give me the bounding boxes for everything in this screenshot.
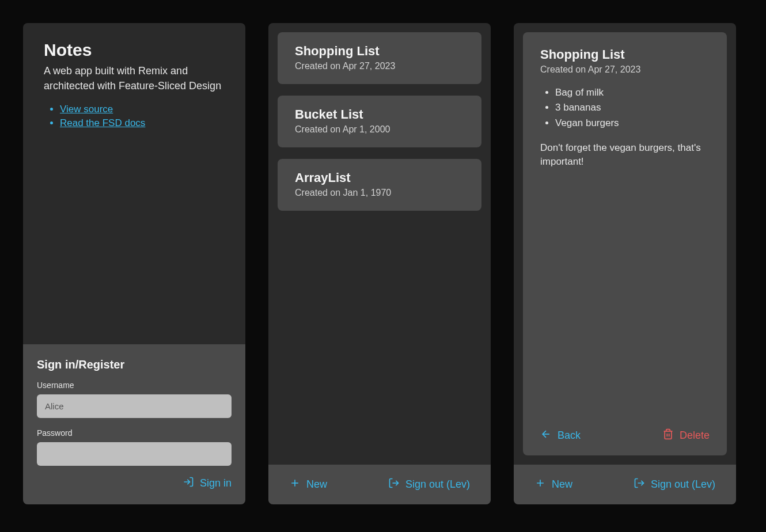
- delete-button-label: Delete: [680, 430, 710, 442]
- note-detail-main: Shopping List Created on Apr 27, 2023 Ba…: [514, 23, 736, 465]
- note-detail-meta: Created on Apr 27, 2023: [540, 64, 710, 75]
- note-card[interactable]: Bucket List Created on Apr 1, 2000: [278, 96, 481, 147]
- note-card-meta: Created on Apr 27, 2023: [295, 61, 464, 71]
- signout-icon: [634, 477, 645, 492]
- new-note-label: New: [306, 478, 327, 491]
- signin-icon: [183, 476, 194, 491]
- username-input[interactable]: [37, 394, 232, 418]
- back-button[interactable]: Back: [540, 428, 581, 443]
- username-label: Username: [37, 381, 232, 390]
- signin-form: Sign in/Register Username Password Sign …: [23, 344, 245, 504]
- note-card-title: ArrayList: [295, 170, 464, 185]
- new-note-button[interactable]: New: [289, 477, 327, 492]
- note-detail-body: Shopping List Created on Apr 27, 2023 Ba…: [540, 47, 710, 417]
- note-detail-footer: New Sign out (Lev): [514, 465, 736, 504]
- list-item: View source: [60, 104, 225, 115]
- new-note-label: New: [552, 478, 572, 491]
- notes-list-footer: New Sign out (Lev): [268, 465, 491, 504]
- plus-icon: [289, 477, 301, 492]
- password-input[interactable]: [37, 442, 232, 466]
- note-detail-title: Shopping List: [540, 47, 710, 62]
- list-item: Vegan burgers: [555, 116, 710, 131]
- note-card-meta: Created on Apr 1, 2000: [295, 124, 464, 135]
- list-item: 3 bananas: [555, 100, 710, 115]
- note-card-meta: Created on Jan 1, 1970: [295, 188, 464, 198]
- signin-button[interactable]: Sign in: [183, 476, 232, 491]
- form-title: Sign in/Register: [37, 358, 232, 371]
- plus-icon: [534, 477, 546, 492]
- home-main: Notes A web app built with Remix and arc…: [23, 23, 245, 344]
- list-item: Bag of milk: [555, 85, 710, 100]
- note-body-text: Don't forget the vegan burgers, that's i…: [540, 141, 710, 169]
- password-label: Password: [37, 428, 232, 438]
- signin-button-label: Sign in: [200, 477, 232, 489]
- signout-label: Sign out (Lev): [651, 478, 715, 491]
- note-detail-panel: Shopping List Created on Apr 27, 2023 Ba…: [514, 23, 736, 504]
- notes-list-panel: Shopping List Created on Apr 27, 2023 Bu…: [268, 23, 491, 504]
- note-card-title: Shopping List: [295, 44, 464, 59]
- signout-button[interactable]: Sign out (Lev): [388, 477, 470, 492]
- delete-button[interactable]: Delete: [662, 428, 710, 443]
- note-card-title: Bucket List: [295, 107, 464, 122]
- note-items-list: Bag of milk 3 bananas Vegan burgers: [540, 85, 710, 131]
- note-card[interactable]: Shopping List Created on Apr 27, 2023: [278, 32, 481, 84]
- signout-icon: [388, 477, 400, 492]
- view-source-link[interactable]: View source: [60, 104, 113, 115]
- fsd-docs-link[interactable]: Read the FSD docs: [60, 117, 145, 128]
- home-panel: Notes A web app built with Remix and arc…: [23, 23, 245, 504]
- note-card[interactable]: ArrayList Created on Jan 1, 1970: [278, 159, 481, 211]
- arrow-left-icon: [540, 428, 552, 443]
- links-list: View source Read the FSD docs: [44, 104, 225, 129]
- notes-list-main: Shopping List Created on Apr 27, 2023 Bu…: [268, 23, 491, 465]
- trash-icon: [662, 428, 674, 443]
- signout-button[interactable]: Sign out (Lev): [634, 477, 715, 492]
- page-title: Notes: [44, 40, 225, 60]
- back-button-label: Back: [558, 430, 581, 442]
- note-detail-actions: Back Delete: [540, 428, 710, 443]
- note-detail-card: Shopping List Created on Apr 27, 2023 Ba…: [523, 32, 727, 455]
- list-item: Read the FSD docs: [60, 117, 225, 129]
- signout-label: Sign out (Lev): [405, 478, 470, 491]
- new-note-button[interactable]: New: [534, 477, 572, 492]
- page-subtitle: A web app built with Remix and architect…: [44, 63, 225, 93]
